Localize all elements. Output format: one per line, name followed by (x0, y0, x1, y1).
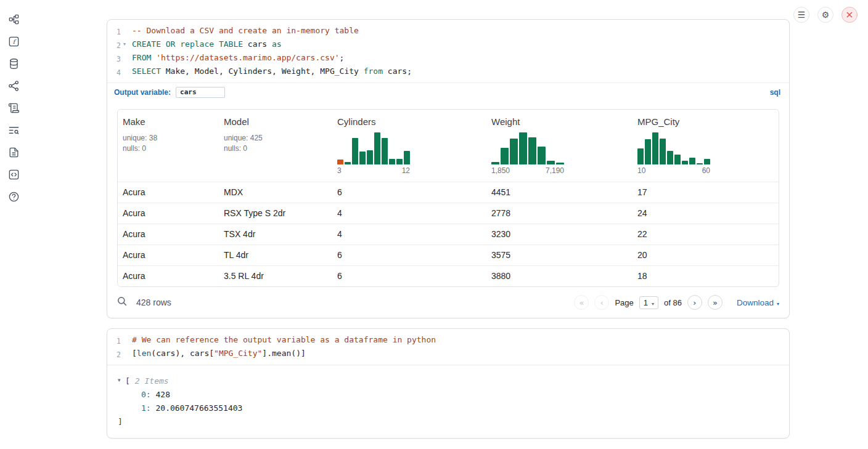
table-search-icon[interactable] (7, 124, 20, 136)
table-row[interactable]: AcuraTL 4dr6357520 (118, 245, 779, 265)
sql-cell[interactable]: 1-- Download a CSV and create an in-memo… (107, 19, 790, 318)
previous-page-button[interactable]: ‹ (594, 295, 609, 310)
table-cell: 17 (633, 182, 779, 203)
output-variable-label: Output variable: (114, 88, 171, 97)
open-bracket: [ (125, 374, 130, 388)
settings-gear-button[interactable]: ⚙ (817, 7, 833, 23)
histogram-bar[interactable] (352, 138, 358, 164)
help-icon[interactable] (7, 190, 20, 203)
code-line[interactable]: 2CREATE OR replace TABLE cars as (107, 38, 789, 52)
table-cell: 6 (332, 182, 486, 203)
histogram-bar[interactable] (389, 159, 395, 164)
histogram-bar[interactable] (382, 138, 388, 164)
table-row[interactable]: Acura3.5 RL 4dr6388018 (118, 265, 779, 286)
shutdown-close-button[interactable]: × (841, 7, 858, 23)
search-icon[interactable] (117, 296, 127, 309)
row-count: 428 rows (136, 297, 171, 307)
column-header-weight[interactable]: Weight 1,850 7,190 (486, 110, 633, 182)
histogram-bar[interactable] (637, 148, 644, 164)
histogram-bar[interactable] (704, 159, 710, 164)
fold-chevron-icon[interactable] (121, 38, 128, 52)
page-select[interactable]: 1 (639, 296, 658, 309)
table-row[interactable]: AcuraTSX 4dr4323022 (118, 224, 779, 245)
code-line[interactable]: 1# We can reference the output variable … (107, 334, 789, 347)
table-cell: 3880 (486, 266, 633, 286)
sql-code-editor[interactable]: 1-- Download a CSV and create an in-memo… (107, 20, 789, 83)
table-cell: 6 (332, 245, 486, 265)
caret-down-icon (652, 298, 654, 307)
column-header-make[interactable]: Make unique: 38 nulls: 0 (118, 110, 219, 182)
first-page-button[interactable]: « (574, 295, 589, 310)
histogram-axis: 10 60 (637, 166, 710, 175)
column-title: Make (123, 116, 214, 127)
histogram-bar[interactable] (501, 148, 509, 164)
histogram-bar[interactable] (538, 147, 546, 164)
line-number: 2 (107, 38, 121, 52)
tree-entry: 1: 20.060747663551403 (141, 402, 779, 415)
fold-spacer (121, 347, 128, 361)
histogram-bar[interactable] (697, 163, 703, 164)
histogram-bar[interactable] (652, 132, 658, 164)
histogram-bar[interactable] (510, 139, 518, 164)
table-cell: TSX 4dr (219, 224, 332, 245)
snippets-code-icon[interactable] (7, 168, 20, 180)
logs-scroll-icon[interactable] (7, 102, 20, 114)
code-line[interactable]: 1-- Download a CSV and create an in-memo… (107, 25, 789, 38)
histogram-bar[interactable] (396, 159, 403, 164)
code-line[interactable]: 4SELECT Make, Model, Cylinders, Weight, … (107, 65, 789, 79)
document-icon[interactable] (7, 146, 20, 158)
file-tree-icon[interactable] (7, 13, 20, 25)
histogram-bar[interactable] (374, 132, 380, 164)
histogram-bar[interactable] (491, 162, 499, 164)
histogram-bar[interactable] (519, 132, 527, 164)
output-variable-input[interactable] (176, 87, 225, 98)
table-cell: 20 (633, 245, 779, 265)
python-cell[interactable]: 1# We can reference the output variable … (107, 328, 790, 439)
table-cell: Acura (118, 203, 219, 224)
histogram-bar[interactable] (682, 161, 688, 164)
histogram-bar[interactable] (547, 161, 555, 164)
svg-text:f: f (12, 38, 16, 45)
column-header-mpg-city[interactable]: MPG_City 10 60 (633, 110, 779, 182)
database-icon[interactable] (7, 57, 20, 70)
histogram-bar[interactable] (359, 152, 366, 164)
histogram-bar[interactable] (660, 139, 666, 164)
code-line[interactable]: 2[len(cars), cars["MPG_City"].mean()] (107, 347, 789, 361)
column-title: MPG_City (637, 116, 774, 127)
column-header-cylinders[interactable]: Cylinders 3 12 (332, 110, 486, 182)
column-header-model[interactable]: Model unique: 425 nulls: 0 (219, 110, 332, 182)
histogram-bar[interactable] (337, 160, 343, 164)
fold-spacer (121, 65, 128, 79)
table-cell: 3575 (486, 245, 633, 265)
histogram-bar[interactable] (367, 150, 373, 164)
weight-histogram (491, 132, 564, 164)
histogram-bar[interactable] (645, 139, 651, 164)
dependency-graph-icon[interactable] (7, 79, 20, 92)
histogram-bar[interactable] (528, 137, 536, 164)
line-number: 3 (107, 52, 121, 65)
table-cell: 2778 (486, 203, 633, 224)
histogram-bar[interactable] (689, 158, 695, 164)
next-page-button[interactable]: › (687, 295, 702, 310)
table-row[interactable]: AcuraRSX Type S 2dr4277824 (118, 203, 779, 224)
table-body: AcuraMDX6445117AcuraRSX Type S 2dr427782… (118, 182, 779, 286)
histogram-bar[interactable] (404, 151, 410, 164)
last-page-button[interactable]: » (708, 295, 723, 310)
code-line[interactable]: 3FROM 'https://datasets.marimo.app/cars.… (107, 52, 789, 65)
scratchpad-function-icon[interactable]: f (7, 35, 20, 47)
line-number: 1 (107, 25, 121, 38)
code-text: [len(cars), cars["MPG_City"].mean()] (132, 347, 306, 361)
table-cell: 3.5 RL 4dr (219, 266, 332, 286)
histogram-bar[interactable] (674, 155, 681, 164)
collapse-chevron-icon[interactable] (118, 374, 125, 388)
python-code-editor[interactable]: 1# We can reference the output variable … (107, 329, 789, 365)
table-cell: Acura (118, 266, 219, 286)
histogram-bar[interactable] (667, 151, 673, 164)
line-number: 1 (107, 334, 121, 347)
page-number: 1 (644, 298, 648, 307)
menu-button[interactable]: ☰ (793, 7, 809, 23)
download-button[interactable]: Download (737, 298, 779, 307)
table-row[interactable]: AcuraMDX6445117 (118, 182, 779, 203)
histogram-bar[interactable] (345, 162, 351, 164)
histogram-bar[interactable] (556, 163, 564, 164)
